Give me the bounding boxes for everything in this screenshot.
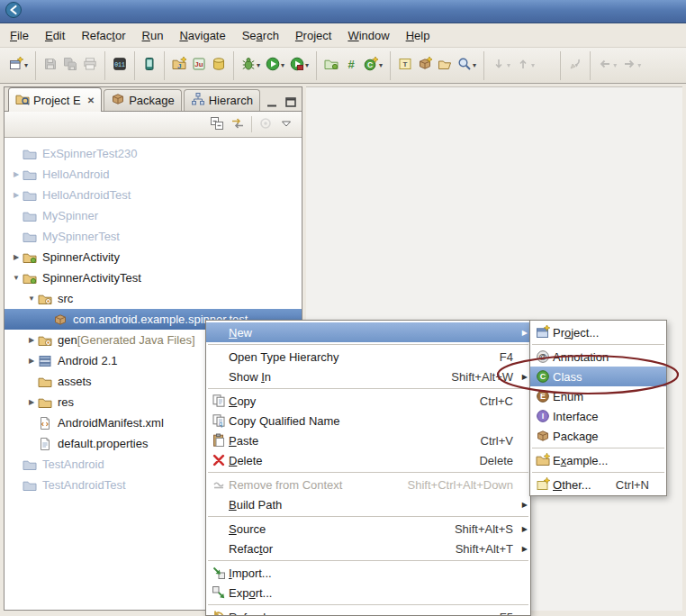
menu-item-delete[interactable]: DeleteDelete: [206, 450, 530, 470]
tree-item-helloandroidtest[interactable]: ▶HelloAndroidTest: [5, 185, 302, 205]
maximize-view-button[interactable]: [283, 95, 299, 111]
twisty-collapsed-icon[interactable]: ▶: [10, 191, 23, 199]
menu-item-interface[interactable]: IInterface: [530, 406, 666, 426]
toolbar-android-device-manager-button[interactable]: [140, 53, 159, 78]
menu-project[interactable]: Project: [287, 25, 339, 46]
toolbar-java-wizard-button[interactable]: J: [169, 53, 189, 78]
tree-item-label: src: [56, 292, 73, 305]
toolbar-debug-button[interactable]: ▾: [239, 53, 263, 78]
toolbar-new-android-xml-button[interactable]: #: [341, 53, 361, 78]
twisty-collapsed-icon[interactable]: ▶: [10, 253, 23, 261]
tab-close-icon[interactable]: ✕: [87, 95, 95, 105]
menu-item-refactor[interactable]: RefactorShift+Alt+T▶: [206, 539, 530, 558]
menu-item-package[interactable]: Package: [530, 426, 666, 446]
tree-item-spinneractivity[interactable]: ▶SpinnerActivity: [5, 247, 302, 267]
menu-item-project[interactable]: Project...: [530, 322, 666, 342]
dropdown-arrow-icon[interactable]: ▾: [257, 61, 260, 69]
minimize-view-button[interactable]: [264, 95, 280, 111]
toolbar-new-wizard-button[interactable]: ▾: [6, 53, 31, 78]
menu-file[interactable]: File: [2, 25, 37, 46]
menu-item-accelerator: Shift+Alt+T: [456, 542, 519, 556]
tree-item-helloandroid[interactable]: ▶HelloAndroid: [5, 164, 302, 185]
menu-item-show-in[interactable]: Show InShift+Alt+W▶: [206, 367, 530, 386]
menu-item-annotation[interactable]: @Annotation: [530, 347, 666, 367]
menu-refactor[interactable]: Refactor: [73, 25, 133, 46]
package-icon: [111, 92, 125, 109]
tree-item-src[interactable]: ▼src: [5, 288, 302, 309]
toolbar-open-folder-button[interactable]: [435, 53, 455, 78]
toolbar-group: ▾▾▾: [233, 51, 314, 80]
folder-faded-icon: [23, 147, 41, 161]
menu-item-class[interactable]: CClass: [530, 367, 666, 386]
save-icon: [43, 57, 58, 74]
menu-item-open-type-hierarchy[interactable]: Open Type HierarchyF4: [206, 347, 530, 367]
tree-item-myspinner[interactable]: MySpinner: [5, 205, 302, 226]
twisty-expanded-icon[interactable]: ▼: [25, 294, 38, 303]
junit-wizard-icon: Ju: [192, 57, 206, 74]
twisty-expanded-icon[interactable]: ▼: [10, 274, 23, 282]
menu-navigate[interactable]: Navigate: [171, 25, 233, 46]
toolbar-android-sdk-manager-button[interactable]: 011: [110, 53, 130, 78]
menu-item-refresh[interactable]: RefreshF5: [206, 607, 530, 616]
dropdown-arrow-icon[interactable]: ▾: [281, 61, 284, 69]
tab-hierarch[interactable]: Hierarch: [184, 89, 260, 111]
menu-item-new[interactable]: New▶: [206, 322, 530, 342]
menu-item-enum[interactable]: EEnum: [530, 386, 666, 406]
dropdown-arrow-icon[interactable]: ▾: [305, 61, 309, 69]
dropdown-arrow-icon[interactable]: ▾: [507, 61, 510, 69]
twisty-collapsed-icon[interactable]: ▶: [25, 357, 38, 365]
tree-item-label: HelloAndroid: [41, 168, 109, 181]
menu-item-example[interactable]: Example...: [530, 450, 666, 470]
menu-item-other[interactable]: Other...Ctrl+N: [530, 475, 666, 494]
menu-item-accelerator: Ctrl+V: [481, 434, 519, 448]
view-menu-button[interactable]: [279, 116, 293, 133]
twisty-collapsed-icon[interactable]: ▶: [10, 170, 23, 178]
dropdown-arrow-icon[interactable]: ▾: [379, 61, 383, 69]
menu-item-build-path[interactable]: Build Path▶: [206, 494, 530, 514]
toolbar-junit-wizard-button[interactable]: Ju: [189, 53, 209, 78]
tab-project-e[interactable]: Project E✕: [8, 87, 102, 112]
dropdown-arrow-icon[interactable]: ▾: [473, 61, 476, 69]
menu-item-copy-qualified-name[interactable]: qCopy Qualified Name: [206, 411, 530, 430]
tree-item-spinneractivitytest[interactable]: ▼SpinnerActivityTest: [5, 267, 302, 288]
open-folder-icon: [438, 57, 452, 74]
toolbar-new-android-project-button[interactable]: [321, 53, 341, 78]
tree-item-myspinnertest[interactable]: MySpinnerTest: [5, 226, 302, 247]
toolbar-last-edit-location-button: [565, 53, 585, 78]
tree-item-exspinnertest230[interactable]: ExSpinnerTest230: [5, 143, 302, 164]
toolbar-search-button[interactable]: ▾: [455, 53, 479, 78]
dropdown-arrow-icon[interactable]: ▾: [613, 61, 617, 69]
toolbar-open-type-button[interactable]: T: [395, 53, 415, 78]
twisty-collapsed-icon[interactable]: ▶: [25, 398, 38, 406]
menu-search[interactable]: Search: [234, 25, 287, 46]
dropdown-arrow-icon[interactable]: ▾: [24, 61, 28, 69]
link-with-editor-button[interactable]: [230, 116, 245, 133]
menu-item-label: Refactor: [229, 542, 456, 556]
toolbar-new-package-button[interactable]: [415, 53, 435, 78]
toolbar-new-class-button[interactable]: C▾: [361, 53, 385, 78]
dropdown-arrow-icon[interactable]: ▾: [531, 61, 535, 69]
tab-package[interactable]: Package: [104, 89, 182, 111]
twisty-collapsed-icon[interactable]: ▶: [25, 336, 38, 344]
menu-item-export[interactable]: Export...: [206, 583, 530, 602]
menu-edit[interactable]: Edit: [37, 25, 73, 46]
menu-item-paste[interactable]: PasteCtrl+V: [206, 430, 530, 450]
collapse-all-button[interactable]: [210, 116, 224, 133]
toolbar-jar-wizard-button[interactable]: [209, 53, 229, 78]
menu-item-import[interactable]: Import...: [206, 563, 530, 583]
toolbar-run-button[interactable]: ▾: [263, 53, 287, 78]
menu-help[interactable]: Help: [398, 25, 438, 46]
tree-item-label: MySpinner: [41, 209, 98, 222]
menu-item-copy[interactable]: CopyCtrl+C: [206, 391, 530, 411]
toolbar-group: [35, 51, 103, 80]
dropdown-arrow-icon[interactable]: ▾: [637, 61, 641, 69]
window-titlebar[interactable]: [0, 0, 686, 23]
toolbar-group: JJu: [164, 51, 231, 80]
save-all-icon: [63, 57, 77, 74]
menu-window[interactable]: Window: [339, 25, 397, 46]
mnemonic-underline: N: [179, 29, 187, 42]
menu-run[interactable]: Run: [134, 25, 172, 46]
menu-separator: [208, 344, 528, 345]
menu-item-source[interactable]: SourceShift+Alt+S▶: [206, 519, 530, 539]
toolbar-external-tools-button[interactable]: ▾: [287, 53, 311, 78]
